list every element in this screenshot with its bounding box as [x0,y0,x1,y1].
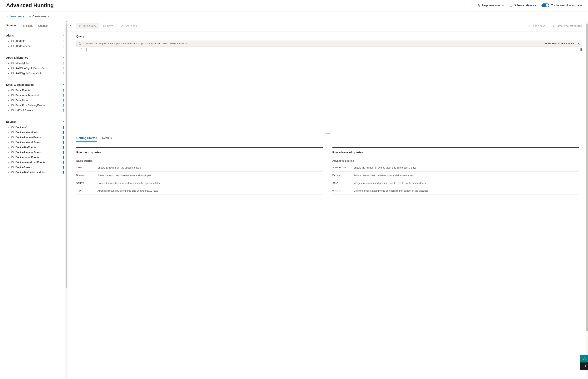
schema-item[interactable]: AlertEvidence [6,44,65,49]
schema-tab-schema[interactable]: Schema [6,24,16,29]
lightbulb-icon [478,4,481,7]
main-scrollbar[interactable] [586,21,588,378]
schema-item-more-button[interactable] [62,89,65,92]
query-example-row[interactable]: WhereFilters the result set by event tim… [76,172,323,179]
help-resources-button[interactable]: Help resources [478,4,504,7]
schema-item[interactable]: DeviceImageLoadEvents [6,160,65,165]
schema-tab-queries[interactable]: Queries [38,24,48,29]
schema-item[interactable]: IdentityInfo [6,61,65,66]
share-label: Share link [125,24,137,28]
table-icon [11,151,14,154]
schema-reference-button[interactable]: Schema reference [509,4,536,7]
schema-item[interactable]: DeviceNetworkInfo [6,130,65,135]
svg-rect-73 [12,167,14,168]
schema-item[interactable]: AlertInfo [6,39,65,44]
schema-item[interactable]: EmailEvents [6,88,65,93]
schema-group-header[interactable]: Email & collaboration [6,82,65,88]
info-close-button[interactable] [577,43,580,45]
share-link-button[interactable]: Share link [121,24,137,28]
schema-item-more-button[interactable] [62,146,65,149]
chevron-down-icon [7,62,10,64]
schema-group-header[interactable]: Apps & identities [6,55,65,61]
tab-getting-started[interactable]: Getting Started [76,136,97,142]
svg-point-72 [63,163,64,164]
schema-item-more-button[interactable] [62,126,65,129]
query-example-row[interactable]: TopArranges results by event time and sh… [76,187,323,195]
query-example-row[interactable]: JoinMerges file events and process event… [332,179,579,187]
query-editor[interactable]: 1 [76,48,582,132]
query-example-row[interactable]: CountCounts the number of rows that matc… [76,179,323,187]
collapse-query-icon[interactable] [579,35,582,38]
schema-item[interactable]: AADSpnSignInEventsBeta [6,66,65,71]
scrollbar-up-icon[interactable] [65,21,67,23]
schema-item[interactable]: EmailPostDeliveryEvents [6,103,65,108]
info-dismiss-button[interactable]: Don't want to see it again [545,42,574,45]
page-title: Advanced Hunting [6,2,54,8]
schema-item[interactable]: DeviceRegistryEvents [6,150,65,155]
schema-item-more-button[interactable] [62,99,65,102]
schema-item-more-button[interactable] [62,67,65,70]
query-example-row[interactable]: LimitShows 10 rows from the specified ta… [76,164,323,172]
save-button[interactable]: Save [103,24,116,28]
schema-group-header[interactable]: Devices [6,119,65,125]
create-new-button[interactable]: Create new [28,13,50,20]
schema-item-more-button[interactable] [62,62,65,64]
query-example-row[interactable]: MakesetLists the emails attachments on e… [332,187,579,195]
schema-item-more-button[interactable] [62,94,65,97]
schema-item[interactable]: DeviceLogonEvents [6,155,65,160]
table-icon [11,72,14,75]
results-splitter[interactable] [67,132,588,134]
schema-item-label: EmailUrlInfo [15,99,30,102]
svg-rect-33 [12,105,14,106]
schema-item-more-button[interactable] [62,104,65,107]
svg-rect-13 [12,67,14,69]
left-scrollbar[interactable] [65,21,67,378]
create-detection-rule-button[interactable]: Create detection rule [553,24,582,28]
svg-point-74 [63,166,64,167]
feedback-icon [582,364,586,368]
schema-item[interactable]: DeviceFileEvents [6,145,65,150]
schema-item-label: EmailPostDeliveryEvents [15,104,45,107]
schema-tab-functions[interactable]: Functions [21,24,33,29]
schema-item-more-button[interactable] [62,141,65,144]
schema-item[interactable]: AADSignInEventsBeta [6,71,65,76]
schema-item[interactable]: DeviceNetworkEvents [6,140,65,145]
schema-item[interactable]: DeviceEvents [6,165,65,170]
schema-item[interactable]: EmailAttachmentInfo [6,93,65,98]
schema-item-more-button[interactable] [62,40,65,43]
schema-item-more-button[interactable] [62,131,65,134]
tab-new-query[interactable]: New query [6,13,24,20]
schema-item-more-button[interactable] [62,171,65,174]
schema-item-more-button[interactable] [62,109,65,112]
query-example-row[interactable]: SummarizeShows the number of events each… [332,164,579,172]
schema-item-more-button[interactable] [62,72,65,75]
schema-item-more-button[interactable] [62,136,65,139]
run-query-button[interactable]: Run query [76,23,99,29]
schema-item-more-button[interactable] [62,161,65,164]
query-example-row[interactable]: ExtendAdds a column that combines user a… [332,172,579,179]
schema-group-header[interactable]: Alerts [6,32,65,39]
svg-point-44 [63,128,64,129]
scrollbar-up-icon[interactable] [586,21,588,23]
schema-item-more-button[interactable] [62,166,65,169]
svg-rect-1 [12,40,14,42]
svg-point-23 [63,90,64,91]
tab-results[interactable]: Results [102,136,112,142]
schema-item-more-button[interactable] [62,156,65,159]
schema-item[interactable]: EmailUrlInfo [6,98,65,103]
schema-item-more-button[interactable] [62,151,65,154]
support-headset-button[interactable] [580,355,588,363]
schema-item[interactable]: DeviceFileCertificateInfo [6,170,65,175]
schema-item[interactable]: UrlClickEvents [6,108,65,113]
new-hunting-toggle[interactable] [541,3,549,7]
time-range-button[interactable]: Last 7 days [527,24,549,28]
schema-item-label: DeviceNetworkEvents [15,141,42,144]
schema-tab-more[interactable]: ··· [52,25,55,29]
collapse-sidebar-button[interactable] [69,24,72,27]
query-icon [7,15,9,18]
schema-item[interactable]: DeviceInfo [6,125,65,130]
feedback-button[interactable] [580,363,588,370]
schema-item-more-button[interactable] [62,45,65,47]
schema-item[interactable]: DeviceProcessEvents [6,135,65,140]
chevron-down-icon [7,94,10,96]
